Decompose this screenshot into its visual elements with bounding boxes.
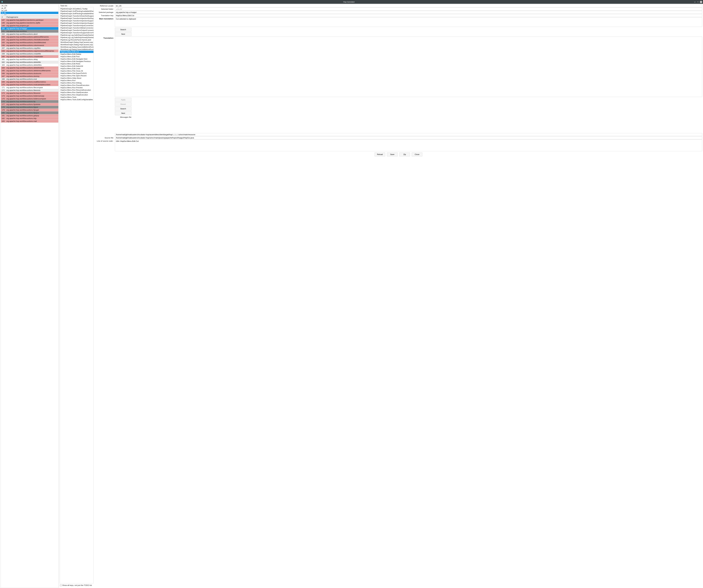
table-row[interactable]: 150org.apache.hop.ui.hopgui xyxy=(1,27,58,30)
list-item[interactable]: WorkflowGraph.Dialog.HopCausesLoop.Titl xyxy=(60,44,93,46)
table-row[interactable]: 161org.apache.hop.workflow.actions.delay xyxy=(1,58,58,61)
key-list[interactable]: PipelineGraph.Hop.Tooltip.RowDistributio… xyxy=(60,7,94,583)
list-item[interactable]: HopGui.Menu.Edit.Find xyxy=(60,55,93,58)
table-row[interactable]: 166org.apache.hop.workflow.actions.dosto… xyxy=(1,72,58,75)
table-row[interactable]: 179org.apache.hop.workflow.actions.ftpsg… xyxy=(1,109,58,111)
table-row[interactable]: 178org.apache.hop.workflow.actions.ftppu… xyxy=(1,106,58,109)
list-item[interactable]: WorkflowLog.Dialog.SaveJobBeforeRunning xyxy=(60,48,93,51)
table-row[interactable]: 175org.apache.hop.workflow.actions.folde… xyxy=(1,97,58,100)
close-icon[interactable] xyxy=(700,1,702,3)
reload-button[interactable]: Reload xyxy=(375,153,385,156)
list-item[interactable]: PipelineGraph.TransformSupportsErrorHan xyxy=(60,31,93,34)
table-row[interactable]: 169org.apache.hop.workflow.actions.evalf… xyxy=(1,81,58,83)
ref-locale-field[interactable] xyxy=(115,4,702,7)
search-button-2[interactable]: Search xyxy=(115,107,132,111)
table-row[interactable]: 160org.apache.hop.workflow.actions.creat… xyxy=(1,55,58,58)
list-item[interactable]: HopGui.Menu.Run xyxy=(60,79,93,82)
list-item[interactable]: PipelineGraph.TransformInjectionSupporte xyxy=(60,19,93,22)
maximize-icon[interactable] xyxy=(697,1,699,3)
table-row[interactable]: 156org.apache.hop.workflow.actions.colum… xyxy=(1,44,58,47)
list-item[interactable]: PipelineGraph.SniffTestingAvailableWhenR xyxy=(60,12,93,15)
list-item[interactable]: HopGui.Menu.Run.Debug xyxy=(60,82,93,84)
package-field[interactable] xyxy=(115,11,702,14)
table-row[interactable]: 177org.apache.hop.workflow.actions.ftpde… xyxy=(1,103,58,106)
table-row[interactable]: 170org.apache.hop.workflow.actions.evalu… xyxy=(1,83,58,86)
list-item[interactable]: HopGui.Menu.Edit.Navigate.Next xyxy=(60,58,93,60)
revert-button[interactable]: Revert xyxy=(115,102,132,106)
list-item[interactable]: PipelineGraph.TransformOutputConnector. xyxy=(60,29,93,31)
table-row[interactable]: 153org.apache.hop.workflow.actions.addre… xyxy=(1,35,58,38)
table-row[interactable]: 164org.apache.hop.workflow.actions.delet… xyxy=(1,67,58,69)
list-item[interactable]: HopGui.Menu.Help.About xyxy=(60,77,93,79)
table-row[interactable]: 168org.apache.hop.workflow.actions.eval xyxy=(1,78,58,81)
list-item[interactable]: HopGui.Menu.File.Close.All xyxy=(60,70,93,72)
list-item[interactable]: PipelineGraph.TransformInjectionNotSupp xyxy=(60,17,93,19)
table-row[interactable]: 180org.apache.hop.workflow.actions.ftpsp… xyxy=(1,111,58,114)
list-item[interactable]: HopGui.Menu.Run.Preview xyxy=(60,86,93,89)
list-item[interactable]: WorkflowLog.Dialog.SaveJobBeforeRunning xyxy=(60,46,93,48)
list-item[interactable]: PipelineGraph.TransformMetaConnector.To xyxy=(60,27,93,29)
list-item[interactable]: HopGui.Menu.Edit.Cut xyxy=(60,51,93,53)
list-item[interactable]: HopGui.Menu.Run.PauseExecution xyxy=(60,84,93,86)
list-item[interactable]: PipelineGraph.ShowMenu.Tooltip xyxy=(60,8,93,10)
list-item[interactable]: PipelineLog.Log.SafeStopAlreadyStarted xyxy=(60,34,93,36)
show-all-checkbox-input[interactable] xyxy=(60,585,62,586)
table-row[interactable]: 183org.apache.hop.workflow.actions.mail xyxy=(1,120,58,123)
list-item[interactable]: HopGui.Menu.Run.StopExecution xyxy=(60,94,93,96)
list-item[interactable]: HopGui.Menu.Run.ResumeExecution xyxy=(60,89,93,91)
table-row[interactable]: 147org.apache.hop.pipeline.transforms.ya… xyxy=(1,19,58,21)
table-row[interactable]: 165org.apache.hop.workflow.actions.delet… xyxy=(1,69,58,72)
table-row[interactable]: 151org.apache.hop.workflow xyxy=(1,30,58,33)
minimize-icon[interactable] xyxy=(694,1,696,3)
list-item[interactable]: HopGui.Menu.File.ExportToSVG xyxy=(60,72,93,75)
list-item[interactable]: HopGui.Menu.File.Open.Recent xyxy=(60,75,93,77)
table-row[interactable]: 174org.apache.hop.workflow.actions.folde… xyxy=(1,95,58,97)
close-button[interactable]: Close xyxy=(412,153,422,156)
source-file-field[interactable] xyxy=(115,136,702,139)
next-button-2[interactable]: Next xyxy=(115,111,132,115)
list-item[interactable]: HopGui.Menu.Edit.Undo xyxy=(60,67,93,70)
next-button-1[interactable]: Next xyxy=(115,32,132,36)
table-row[interactable]: 157org.apache.hop.workflow.actions.copyf… xyxy=(1,47,58,50)
table-row[interactable]: 152org.apache.hop.workflow.actions.abort xyxy=(1,33,58,35)
key-field[interactable] xyxy=(115,14,702,17)
table-row[interactable]: 154org.apache.hop.workflow.actions.check… xyxy=(1,38,58,41)
translation-field[interactable] xyxy=(115,36,702,97)
list-item[interactable]: HopGui.Menu.Tools.EditConfigVariables xyxy=(60,98,93,101)
list-item[interactable]: HopGui.Menu.Run.StartExecution xyxy=(60,91,93,94)
apply-button[interactable]: Apply xyxy=(115,98,132,102)
search-button-1[interactable]: Search xyxy=(115,28,132,31)
locale-list[interactable]: zh_CNja_JPko_KRnl_NLpt_PT xyxy=(1,4,59,15)
messages-file-field[interactable] xyxy=(115,133,702,136)
list-item[interactable]: HopGui.Menu.Edit.Delete xyxy=(60,53,93,55)
list-item[interactable]: HopGui.Menu.Edit.Navigate.Previous xyxy=(60,60,93,63)
list-item[interactable]: HopGui.Menu.Tools xyxy=(60,96,93,98)
list-item[interactable]: HopGui.Menu.Edit.SelectAll xyxy=(60,65,93,67)
table-row[interactable]: 158org.apache.hop.workflow.actions.copym… xyxy=(1,50,58,53)
source-line-field[interactable] xyxy=(115,140,702,151)
list-item[interactable]: PipelineGraph.SniffTestingAvailableWhenR xyxy=(60,10,93,12)
package-table[interactable]: # Packagename 147org.apache.hop.pipeline… xyxy=(1,15,59,588)
locale-item[interactable]: pt_PT xyxy=(1,14,58,15)
table-row[interactable]: 163org.apache.hop.workflow.actions.delet… xyxy=(1,64,58,67)
list-item[interactable]: PipelineLog.ResultsPanel.NameLabel xyxy=(60,38,93,41)
locale-item[interactable]: nl_NL xyxy=(1,12,58,14)
list-item[interactable]: WorkflowGraph.Dialog.HopCausesLoop.Me xyxy=(60,41,93,44)
main-translation-field[interactable] xyxy=(115,17,702,27)
table-row[interactable]: 173org.apache.hop.workflow.actions.files… xyxy=(1,92,58,95)
show-all-checkbox[interactable]: Show all keys, not just the TODO list xyxy=(60,583,94,586)
zip-button[interactable]: Zip xyxy=(399,153,410,156)
table-row[interactable]: 171org.apache.hop.workflow.actions.filec… xyxy=(1,86,58,89)
locale-item[interactable]: ko_KR xyxy=(1,9,58,12)
table-row[interactable]: 182org.apache.hop.workflow.actions.http xyxy=(1,117,58,120)
list-item[interactable]: HopGui.Menu.Edit.Redo xyxy=(60,63,93,65)
table-row[interactable]: 181org.apache.hop.workflow.actions.getpo… xyxy=(1,114,58,117)
table-row[interactable]: 148org.apache.hop.pipeline.transforms.zi… xyxy=(1,21,58,24)
list-item[interactable]: PipelineGraph.TransformDoesNotSupports xyxy=(60,15,93,17)
list-item[interactable]: PipelineLog.Log.SafeStopAlreadyStarted.T… xyxy=(60,36,93,38)
table-row[interactable]: 149org.apache.hop.projects.gui xyxy=(1,24,58,27)
table-row[interactable]: 155org.apache.hop.workflow.actions.check… xyxy=(1,41,58,44)
table-row[interactable]: 172org.apache.hop.workflow.actions.filee… xyxy=(1,89,58,92)
save-button[interactable]: Save xyxy=(387,153,398,156)
list-item[interactable]: PipelineGraph.TransformInputConnector.To xyxy=(60,24,93,27)
